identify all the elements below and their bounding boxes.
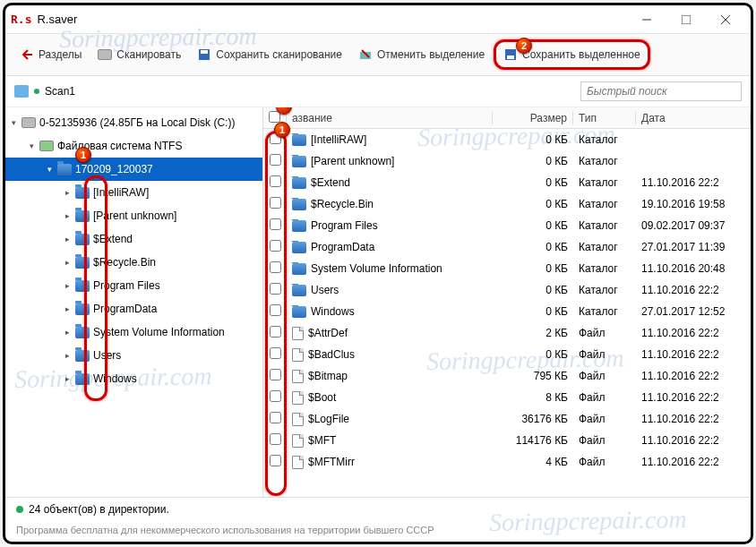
tree-item[interactable]: ▸Users [5, 344, 262, 367]
expand-icon[interactable]: ▸ [63, 211, 72, 220]
list-row[interactable]: $Recycle.Bin0 КБКаталог19.10.2016 19:58 [263, 193, 751, 215]
svg-rect-9 [507, 56, 514, 59]
row-size: 0 КБ [493, 241, 573, 253]
tree-session-label: 170209_120037 [75, 163, 153, 175]
list-row[interactable]: $Extend0 КБКаталог11.10.2016 22:2 [263, 172, 751, 193]
row-checkbox[interactable] [270, 326, 281, 338]
list-row[interactable]: [IntelliRAW]0 КБКаталог [263, 129, 751, 150]
row-checkbox[interactable] [270, 433, 281, 445]
save-scan-button[interactable]: Сохранить сканирование [190, 44, 349, 65]
minimize-button[interactable] [627, 7, 666, 32]
tree-item-label: System Volume Information [93, 326, 225, 338]
tree-item[interactable]: ▸System Volume Information [5, 321, 262, 344]
folder-icon [75, 257, 90, 269]
row-checkbox[interactable] [270, 390, 281, 402]
tree-item[interactable]: ▸$Recycle.Bin [5, 251, 262, 274]
row-checkbox[interactable] [270, 412, 281, 423]
expand-icon[interactable]: ▸ [63, 328, 72, 337]
row-size: 8 КБ [493, 391, 573, 404]
list-row[interactable]: $MFTMirr4 КБФайл11.10.2016 22:2 [263, 451, 751, 473]
list-row[interactable]: Users0 КБКаталог11.10.2016 22:2 [263, 279, 751, 301]
tree-item[interactable]: ▸Windows [5, 367, 262, 390]
expand-icon[interactable]: ▸ [63, 281, 72, 290]
tree-item[interactable]: ▸ProgramData [5, 297, 262, 321]
svg-rect-5 [201, 50, 208, 54]
tree-item[interactable]: ▸[Parent unknown] [5, 204, 262, 227]
row-checkbox[interactable] [270, 369, 281, 380]
back-arrow-icon [20, 47, 34, 62]
row-checkbox[interactable] [270, 261, 281, 273]
row-name: [IntelliRAW] [311, 133, 366, 146]
tree-item[interactable]: ▸$Extend [5, 227, 262, 251]
tree-item[interactable]: ▸[IntelliRAW] [5, 181, 262, 204]
list-row[interactable]: System Volume Information0 КБКаталог11.1… [263, 258, 751, 279]
expand-icon[interactable]: ▸ [63, 374, 72, 383]
row-name: $MFTMirr [308, 456, 355, 468]
folder-icon [292, 242, 306, 253]
row-name: $LogFile [308, 413, 349, 425]
drive-icon [21, 117, 36, 128]
tree-fs[interactable]: ▾ Файловая система NTFS [5, 134, 262, 158]
scan-button[interactable]: Сканировать [90, 44, 188, 65]
cancel-selection-label: Отменить выделение [377, 48, 485, 61]
collapse-icon[interactable]: ▾ [9, 118, 18, 127]
row-checkbox[interactable] [270, 283, 281, 295]
row-name: $Bitmap [308, 370, 348, 382]
row-name: [Parent unknown] [311, 155, 394, 167]
list-row[interactable]: Program Files0 КБКаталог09.02.2017 09:37 [263, 215, 751, 236]
toolbar: Разделы Сканировать Сохранить сканирован… [5, 34, 751, 76]
footer-text: Программа бесплатна для некоммерческого … [5, 521, 751, 543]
list-row[interactable]: $AttrDef2 КБФайл11.10.2016 22:2 [263, 322, 751, 344]
header-type[interactable]: Тип [573, 112, 636, 124]
list-row[interactable]: $Boot8 КБФайл11.10.2016 22:2 [263, 387, 751, 408]
tree-item[interactable]: ▸Program Files [5, 274, 262, 297]
row-date: 11.10.2016 22:2 [636, 434, 751, 447]
row-type: Каталог [573, 133, 636, 146]
row-date: 11.10.2016 20:48 [636, 262, 751, 275]
row-name: $BadClus [308, 348, 355, 361]
close-button[interactable] [706, 7, 745, 32]
row-checkbox[interactable] [270, 154, 281, 166]
search-box[interactable] [580, 81, 742, 101]
collapse-icon[interactable]: ▾ [27, 141, 36, 150]
header-name[interactable]: азвание [287, 112, 493, 124]
file-list-panel: азвание Размер Тип Дата [IntelliRAW]0 КБ… [263, 107, 751, 497]
row-checkbox[interactable] [270, 197, 281, 209]
expand-icon[interactable]: ▸ [63, 188, 72, 197]
list-row[interactable]: $LogFile36176 КБФайл11.10.2016 22:2 [263, 408, 751, 430]
tree-root[interactable]: ▾ 0-52135936 (24.85ГБ на Local Disk (C:)… [5, 111, 262, 134]
tree-session[interactable]: ▾ 170209_120037 [5, 158, 262, 181]
row-size: 0 КБ [493, 284, 573, 296]
expand-icon[interactable]: ▸ [63, 304, 72, 313]
row-checkbox[interactable] [270, 218, 281, 230]
row-checkbox[interactable] [270, 240, 281, 252]
row-checkbox[interactable] [270, 455, 281, 466]
disk-icon [14, 85, 29, 98]
row-date: 11.10.2016 22:2 [636, 284, 751, 296]
breadcrumb-bar: Scan1 [5, 76, 751, 107]
maximize-button[interactable] [666, 7, 706, 32]
expand-icon[interactable]: ▸ [63, 258, 72, 267]
breadcrumb-scan[interactable]: Scan1 [45, 85, 75, 98]
list-row[interactable]: $MFT114176 КБФайл11.10.2016 22:2 [263, 430, 751, 451]
header-date[interactable]: Дата [636, 112, 751, 124]
collapse-icon[interactable]: ▾ [45, 165, 54, 174]
list-row[interactable]: $Bitmap795 КБФайл11.10.2016 22:2 [263, 365, 751, 387]
cancel-selection-button[interactable]: Отменить выделение [351, 44, 492, 65]
folder-icon [292, 220, 306, 232]
list-row[interactable]: [Parent unknown]0 КБКаталог [263, 150, 751, 172]
folder-icon [75, 210, 90, 222]
expand-icon[interactable]: ▸ [63, 351, 72, 360]
back-button[interactable]: Разделы [13, 44, 89, 65]
row-name: $Recycle.Bin [311, 198, 374, 210]
list-row[interactable]: $BadClus0 КБФайл11.10.2016 22:2 [263, 344, 751, 365]
expand-icon[interactable]: ▸ [63, 235, 72, 244]
row-checkbox[interactable] [270, 347, 281, 359]
row-size: 0 КБ [493, 262, 573, 275]
search-input[interactable] [580, 81, 742, 101]
list-row[interactable]: ProgramData0 КБКаталог27.01.2017 11:39 [263, 236, 751, 258]
row-checkbox[interactable] [270, 304, 281, 316]
list-row[interactable]: Windows0 КБКаталог27.01.2017 12:52 [263, 301, 751, 322]
row-checkbox[interactable] [270, 175, 281, 187]
header-size[interactable]: Размер [493, 112, 573, 124]
